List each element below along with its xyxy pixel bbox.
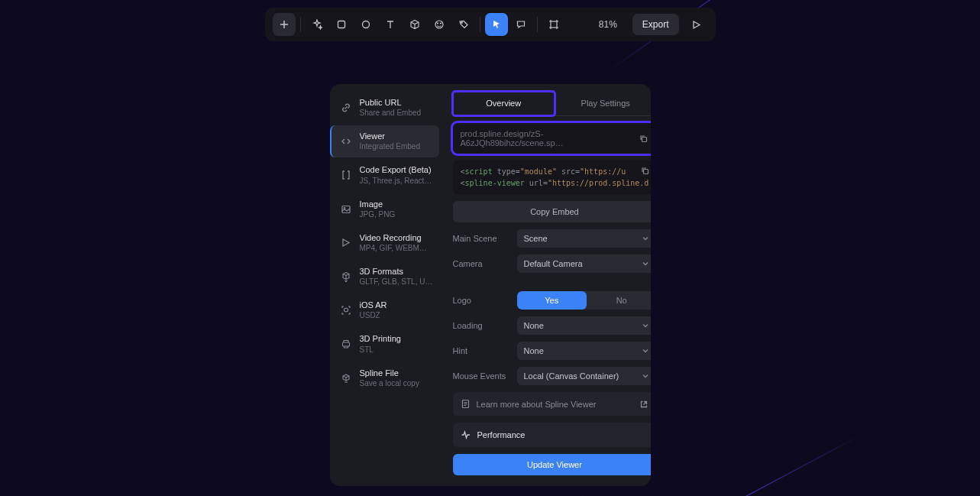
- sidebar-item-subtitle: JS, Three.js, React…: [360, 177, 432, 186]
- document-icon: [461, 399, 471, 409]
- tab-play-settings[interactable]: Play Settings: [555, 92, 651, 115]
- image-icon: [340, 203, 352, 216]
- logo-no[interactable]: No: [587, 291, 651, 310]
- chevron-down-icon: [642, 322, 649, 329]
- cube-tool-icon[interactable]: [403, 13, 426, 36]
- hint-label: Hint: [453, 346, 511, 355]
- play-icon: [340, 237, 352, 249]
- sidebar-item-ios-ar[interactable]: iOS ARUSDZ: [335, 294, 439, 326]
- main-scene-label: Main Scene: [453, 234, 511, 243]
- ai-sparkle-icon[interactable]: [306, 13, 328, 36]
- svg-rect-0: [338, 21, 344, 28]
- text-tool-icon[interactable]: [379, 13, 402, 36]
- svg-rect-10: [642, 137, 647, 141]
- link-icon: [340, 102, 352, 114]
- sidebar-item-label: iOS AR: [360, 300, 387, 310]
- file-icon: [340, 372, 352, 384]
- tag-tool-icon[interactable]: [452, 13, 475, 36]
- export-sidebar: Public URLShare and Embed ViewerIntegrat…: [330, 84, 444, 486]
- sidebar-item-label: Public URL: [360, 98, 422, 108]
- loading-label: Loading: [453, 321, 511, 330]
- main-scene-select[interactable]: Scene: [517, 229, 651, 248]
- export-content: Overview Play Settings prod.spline.desig…: [444, 84, 651, 486]
- sidebar-item-label: Viewer: [360, 131, 421, 141]
- hint-select[interactable]: None: [517, 342, 651, 360]
- sidebar-item-subtitle: MP4, GIF, WEBM…: [360, 244, 427, 253]
- sidebar-item-label: Video Recording: [360, 233, 427, 243]
- pulse-icon: [461, 430, 471, 440]
- zoom-level[interactable]: 81%: [590, 19, 626, 30]
- svg-rect-6: [551, 21, 557, 28]
- export-button[interactable]: Export: [632, 14, 679, 35]
- svg-point-1: [362, 21, 369, 28]
- logo-yes[interactable]: Yes: [517, 291, 587, 310]
- printer-icon: [340, 338, 352, 350]
- performance-row[interactable]: Performance: [453, 423, 651, 447]
- loading-select[interactable]: None: [517, 316, 651, 335]
- comment-tool-icon[interactable]: [509, 13, 532, 36]
- top-toolbar: 81% Export: [265, 8, 716, 41]
- sidebar-item-label: Spline File: [360, 368, 419, 378]
- sidebar-item-viewer[interactable]: ViewerIntegrated Embed: [330, 125, 439, 157]
- add-button[interactable]: [273, 13, 296, 36]
- sidebar-item-subtitle: STL: [360, 345, 401, 355]
- ellipse-tool-icon[interactable]: [354, 13, 377, 36]
- export-modal: Public URLShare and Embed ViewerIntegrat…: [330, 84, 651, 486]
- sidebar-item-subtitle: Save a local copy: [360, 379, 419, 388]
- mouse-events-label: Mouse Events: [453, 371, 511, 381]
- svg-point-4: [440, 23, 441, 24]
- sidebar-item-subtitle: Integrated Embed: [360, 142, 421, 151]
- sidebar-item-label: 3D Printing: [360, 334, 401, 344]
- svg-rect-11: [644, 170, 648, 174]
- camera-select[interactable]: Default Camera: [517, 254, 651, 273]
- external-link-icon: [639, 400, 648, 409]
- learn-more-text: Learn more about Spline Viewer: [477, 400, 597, 409]
- sidebar-item-label: Image: [360, 199, 396, 209]
- sidebar-item-3d-printing[interactable]: 3D PrintingSTL: [335, 328, 439, 360]
- copy-embed-button[interactable]: Copy Embed: [453, 201, 651, 222]
- play-button-icon[interactable]: [685, 13, 708, 36]
- chevron-down-icon: [642, 235, 649, 242]
- svg-point-3: [437, 23, 438, 24]
- sidebar-item-3d-formats[interactable]: 3D FormatsGLTF, GLB, STL, USDZ: [335, 261, 439, 293]
- copy-icon[interactable]: [640, 166, 650, 176]
- chevron-down-icon: [642, 260, 649, 267]
- sidebar-item-subtitle: JPG, PNG: [360, 210, 396, 219]
- mouse-events-select[interactable]: Local (Canvas Container): [517, 367, 651, 385]
- learn-more-link[interactable]: Learn more about Spline Viewer: [453, 392, 651, 416]
- sidebar-item-public-url[interactable]: Public URLShare and Embed: [335, 92, 439, 124]
- sidebar-item-image[interactable]: ImageJPG, PNG: [335, 193, 439, 225]
- svg-point-8: [344, 207, 345, 209]
- url-text: prod.spline.design/zS-A6zJQh89bihzc/scen…: [461, 129, 639, 148]
- frame-tool-icon[interactable]: [542, 13, 565, 36]
- code-icon: [340, 135, 352, 148]
- sidebar-item-label: Code Export (Beta): [360, 165, 432, 175]
- cube-download-icon: [340, 271, 352, 283]
- performance-label: Performance: [477, 430, 526, 439]
- ar-icon: [340, 304, 352, 316]
- emoji-tool-icon[interactable]: [428, 13, 451, 36]
- sidebar-item-subtitle: Share and Embed: [360, 109, 422, 118]
- copy-icon[interactable]: [639, 134, 648, 144]
- tab-overview[interactable]: Overview: [453, 92, 555, 115]
- cursor-tool-icon[interactable]: [485, 13, 508, 36]
- svg-rect-9: [342, 342, 349, 346]
- sidebar-item-subtitle: USDZ: [360, 311, 387, 320]
- update-viewer-button[interactable]: Update Viewer: [453, 454, 651, 475]
- sidebar-item-video[interactable]: Video RecordingMP4, GIF, WEBM…: [335, 227, 439, 259]
- chevron-down-icon: [642, 372, 649, 380]
- embed-code-box[interactable]: <script type="module" src="https://u <sp…: [453, 160, 651, 194]
- rectangle-tool-icon[interactable]: [330, 13, 353, 36]
- brackets-icon: [340, 169, 352, 181]
- sidebar-item-subtitle: GLTF, GLB, STL, USDZ: [360, 277, 434, 287]
- sidebar-item-code-export[interactable]: Code Export (Beta)JS, Three.js, React…: [335, 159, 439, 191]
- sidebar-item-label: 3D Formats: [360, 267, 434, 277]
- url-field[interactable]: prod.spline.design/zS-A6zJQh89bihzc/scen…: [453, 123, 651, 154]
- logo-label: Logo: [453, 296, 511, 305]
- camera-label: Camera: [453, 259, 511, 268]
- svg-point-5: [461, 22, 462, 24]
- sidebar-item-spline-file[interactable]: Spline FileSave a local copy: [335, 362, 439, 394]
- logo-toggle: Yes No: [517, 291, 651, 310]
- chevron-down-icon: [642, 347, 649, 355]
- content-tabs: Overview Play Settings: [453, 92, 651, 116]
